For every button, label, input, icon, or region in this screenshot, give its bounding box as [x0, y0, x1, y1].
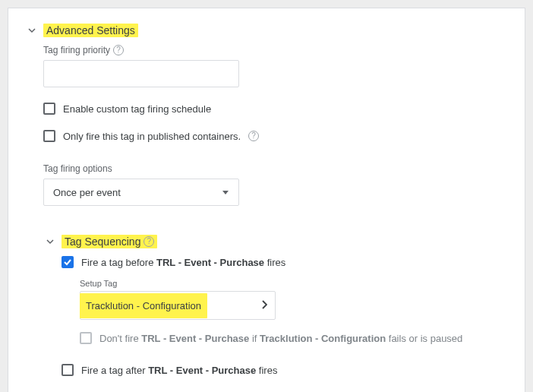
- chevron-down-icon: [43, 238, 57, 245]
- tag-firing-options-label: Tag firing options: [43, 163, 508, 174]
- fire-after-label: Fire a tag after TRL - Event - Purchase …: [81, 365, 277, 376]
- fire-before-checkbox[interactable]: [62, 256, 74, 268]
- triangle-down-icon: [222, 187, 229, 198]
- enable-schedule-label: Enable custom tag firing schedule: [63, 103, 211, 115]
- tag-sequencing-title: Tag Sequencing ?: [62, 235, 157, 248]
- fire-after-row: Fire a tag after TRL - Event - Purchase …: [62, 364, 508, 376]
- setup-tag-label: Setup Tag: [80, 279, 508, 288]
- help-icon[interactable]: ?: [113, 45, 124, 55]
- advanced-settings-title: Advanced Settings: [43, 24, 138, 37]
- published-only-row: Only fire this tag in published containe…: [43, 130, 508, 142]
- published-only-label: Only fire this tag in published containe…: [63, 131, 241, 142]
- tag-firing-priority-label: Tag firing priority ?: [43, 45, 508, 55]
- published-only-checkbox[interactable]: [43, 130, 55, 142]
- tag-firing-priority-input[interactable]: [43, 60, 239, 87]
- dont-fire-label: Don't fire TRL - Event - Purchase if Tra…: [99, 333, 462, 344]
- advanced-settings-header[interactable]: Advanced Settings: [25, 24, 508, 37]
- chevron-down-icon: [25, 27, 39, 34]
- setup-tag-value: Tracklution - Configuration: [80, 293, 207, 318]
- setup-tag-select[interactable]: Tracklution - Configuration: [80, 291, 276, 320]
- tag-firing-options-select[interactable]: Once per event: [43, 179, 239, 206]
- help-icon[interactable]: ?: [144, 236, 154, 247]
- tag-firing-options-value: Once per event: [53, 187, 121, 198]
- dont-fire-checkbox[interactable]: [80, 332, 92, 344]
- enable-schedule-row: Enable custom tag firing schedule: [43, 103, 508, 115]
- tag-sequencing-header[interactable]: Tag Sequencing ?: [43, 235, 508, 248]
- tag-firing-priority-text: Tag firing priority: [43, 45, 110, 55]
- help-icon[interactable]: ?: [248, 131, 259, 141]
- advanced-settings-panel: Advanced Settings Tag firing priority ? …: [8, 8, 525, 392]
- setup-tag-group: Setup Tag Tracklution - Configuration Do…: [80, 279, 508, 344]
- tag-sequencing-title-text: Tag Sequencing: [65, 236, 140, 248]
- dont-fire-row: Don't fire TRL - Event - Purchase if Tra…: [80, 332, 508, 344]
- enable-schedule-checkbox[interactable]: [43, 103, 55, 115]
- chevron-right-icon: [261, 300, 267, 311]
- fire-after-checkbox[interactable]: [62, 364, 74, 376]
- fire-before-label: Fire a tag before TRL - Event - Purchase…: [81, 257, 285, 268]
- fire-before-row: Fire a tag before TRL - Event - Purchase…: [62, 256, 508, 268]
